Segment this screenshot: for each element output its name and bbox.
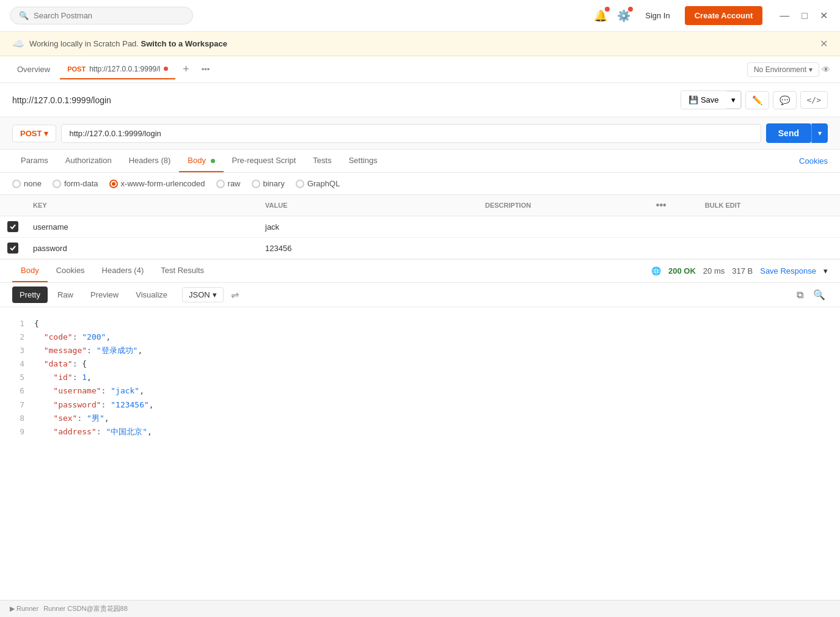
tab-tests[interactable]: Tests bbox=[304, 150, 340, 172]
row2-checkbox[interactable] bbox=[7, 243, 18, 254]
tab-authorization[interactable]: Authorization bbox=[57, 150, 120, 172]
bulk-edit-header[interactable]: Bulk Edit bbox=[698, 195, 840, 216]
code-line-2: 2 "code": "200", bbox=[12, 330, 828, 344]
copy-response-button[interactable]: ⧉ bbox=[794, 287, 806, 303]
url-display-bar: http://127.0.0.1:9999/login 💾 Save ▾ ✏️ … bbox=[0, 83, 840, 117]
radio-graphql[interactable] bbox=[296, 180, 304, 188]
row2-desc[interactable] bbox=[478, 238, 649, 259]
scratch-pad-banner: ☁️ Working locally in Scratch Pad. Switc… bbox=[0, 32, 840, 56]
code-line-3: 3 "message": "登录成功", bbox=[12, 344, 828, 357]
request-tab[interactable]: POST http://127.0.0.1:9999/l bbox=[60, 60, 175, 79]
signin-button[interactable]: Sign In bbox=[638, 7, 677, 24]
code-line-5: 5 "id": 1, bbox=[12, 371, 828, 384]
search-input[interactable] bbox=[34, 11, 184, 20]
method-selector[interactable]: POST ▾ bbox=[12, 125, 56, 142]
row2-checkbox-cell[interactable] bbox=[0, 238, 26, 259]
environment-select[interactable]: No Environment ▾ bbox=[747, 62, 819, 77]
search-icon: 🔍 bbox=[19, 11, 29, 20]
response-toolbar: Pretty Raw Preview Visualize JSON ▾ ⇌ ⧉ … bbox=[0, 283, 840, 307]
notifications-icon[interactable]: 🔔 bbox=[594, 9, 607, 23]
wrap-button[interactable]: ⇌ bbox=[226, 287, 244, 303]
row1-desc[interactable] bbox=[478, 216, 649, 238]
option-form-data-label: form-data bbox=[64, 179, 98, 188]
option-raw-label: raw bbox=[228, 179, 241, 188]
banner-text: Working locally in Scratch Pad. Switch t… bbox=[29, 39, 227, 48]
radio-none[interactable] bbox=[12, 180, 21, 188]
tab-params[interactable]: Params bbox=[12, 150, 57, 172]
send-dropdown-button[interactable]: ▾ bbox=[811, 123, 828, 143]
response-code-viewer: 1 { 2 "code": "200", 3 "message": "登录成功"… bbox=[0, 307, 840, 448]
row1-key[interactable]: username bbox=[26, 216, 258, 238]
request-input-bar: POST ▾ Send ▾ bbox=[0, 117, 840, 150]
radio-binary[interactable] bbox=[252, 180, 260, 188]
env-settings-icon[interactable]: 👁 bbox=[822, 65, 830, 75]
code-line-8: 8 "sex": "男", bbox=[12, 412, 828, 425]
search-bar[interactable]: 🔍 bbox=[10, 7, 193, 24]
send-button[interactable]: Send bbox=[766, 123, 811, 143]
row2-value[interactable]: 123456 bbox=[258, 238, 478, 259]
kv-table: KEY VALUE DESCRIPTION ••• Bulk Edit user… bbox=[0, 195, 840, 259]
format-visualize[interactable]: Visualize bbox=[128, 287, 175, 303]
tab-pre-request[interactable]: Pre-request Script bbox=[224, 150, 305, 172]
format-preview[interactable]: Preview bbox=[83, 287, 126, 303]
option-graphql[interactable]: GraphQL bbox=[296, 179, 340, 188]
env-label: No Environment bbox=[754, 65, 806, 74]
desc-header: DESCRIPTION bbox=[478, 195, 649, 216]
row2-actions bbox=[649, 238, 698, 259]
window-controls: — □ ✕ bbox=[777, 7, 830, 24]
save-dropdown-button[interactable]: ▾ bbox=[726, 91, 741, 109]
radio-raw[interactable] bbox=[216, 180, 225, 188]
row2-extra bbox=[698, 238, 840, 259]
comment-icon-button[interactable]: 💬 bbox=[773, 91, 797, 109]
save-response-button[interactable]: Save Response bbox=[760, 266, 816, 276]
tab-body[interactable]: Body bbox=[179, 150, 223, 172]
body-active-dot bbox=[211, 159, 215, 163]
minimize-button[interactable]: — bbox=[777, 7, 792, 24]
format-raw[interactable]: Raw bbox=[50, 287, 81, 303]
code-button[interactable]: </> bbox=[800, 91, 828, 109]
format-pretty[interactable]: Pretty bbox=[12, 287, 48, 303]
cookies-link[interactable]: Cookies bbox=[799, 156, 828, 166]
row2-key[interactable]: password bbox=[26, 238, 258, 259]
search-response-button[interactable]: 🔍 bbox=[811, 287, 828, 303]
row1-value[interactable]: jack bbox=[258, 216, 478, 238]
switch-workspace-link[interactable]: Switch to a Workspace bbox=[141, 39, 227, 48]
resp-tab-headers[interactable]: Headers (4) bbox=[93, 260, 153, 282]
resp-tab-cookies[interactable]: Cookies bbox=[48, 260, 93, 282]
radio-urlencoded[interactable] bbox=[109, 180, 118, 188]
json-format-select[interactable]: JSON ▾ bbox=[182, 287, 224, 302]
option-binary[interactable]: binary bbox=[252, 179, 285, 188]
resp-tab-body[interactable]: Body bbox=[12, 260, 48, 282]
maximize-button[interactable]: □ bbox=[799, 7, 810, 24]
settings-icon[interactable]: ⚙️ bbox=[617, 9, 630, 23]
tab-modified-dot bbox=[164, 67, 168, 71]
code-line-6: 6 "username": "jack", bbox=[12, 384, 828, 398]
radio-form-data[interactable] bbox=[53, 180, 61, 188]
option-raw[interactable]: raw bbox=[216, 179, 241, 188]
option-binary-label: binary bbox=[263, 179, 285, 188]
row1-checkbox-cell[interactable] bbox=[0, 216, 26, 238]
runner-icon[interactable]: ▶ Runner bbox=[10, 605, 38, 613]
edit-icon-button[interactable]: ✏️ bbox=[745, 91, 769, 109]
more-icon[interactable]: ••• bbox=[656, 200, 667, 210]
resp-tab-test-results[interactable]: Test Results bbox=[152, 260, 213, 282]
add-tab-button[interactable]: + bbox=[178, 60, 194, 78]
url-input[interactable] bbox=[61, 124, 761, 143]
save-response-chevron-icon[interactable]: ▾ bbox=[824, 266, 828, 276]
actions-header: ••• bbox=[649, 195, 698, 216]
overview-tab[interactable]: Overview bbox=[10, 60, 57, 79]
method-label: POST bbox=[20, 129, 42, 138]
option-urlencoded[interactable]: x-www-form-urlencoded bbox=[109, 179, 205, 188]
option-form-data[interactable]: form-data bbox=[53, 179, 98, 188]
option-none[interactable]: none bbox=[12, 179, 42, 188]
format-chevron-icon: ▾ bbox=[213, 290, 217, 299]
tab-headers[interactable]: Headers (8) bbox=[120, 150, 180, 172]
row1-checkbox[interactable] bbox=[7, 221, 18, 232]
create-account-button[interactable]: Create Account bbox=[685, 6, 763, 25]
save-button[interactable]: 💾 Save bbox=[681, 91, 726, 109]
tab-settings[interactable]: Settings bbox=[340, 150, 386, 172]
banner-close-button[interactable]: ✕ bbox=[820, 38, 828, 49]
more-tabs-button[interactable]: ••• bbox=[197, 62, 215, 76]
key-header: KEY bbox=[26, 195, 258, 216]
close-button[interactable]: ✕ bbox=[817, 7, 830, 24]
